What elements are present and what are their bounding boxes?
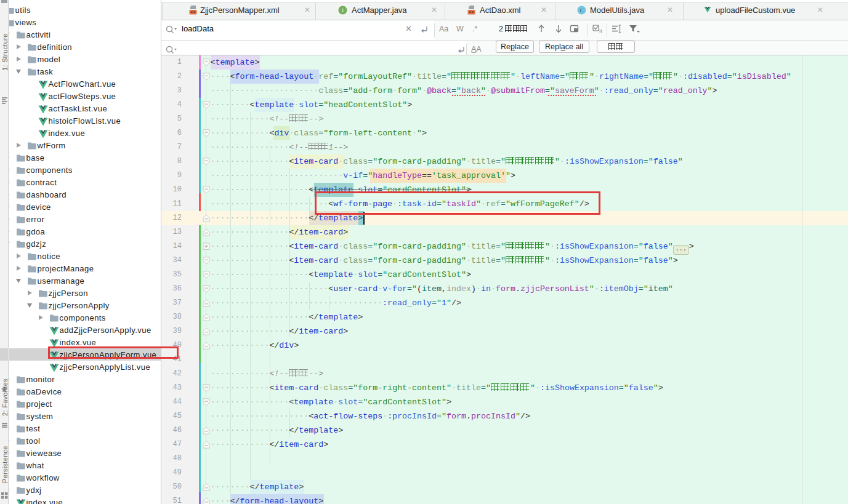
svg-text:<>: <> xyxy=(469,10,475,15)
svg-text:II: II xyxy=(599,28,602,34)
svg-text:I: I xyxy=(342,7,344,14)
svg-text:<>: <> xyxy=(190,10,196,15)
svg-text:C: C xyxy=(579,7,583,14)
